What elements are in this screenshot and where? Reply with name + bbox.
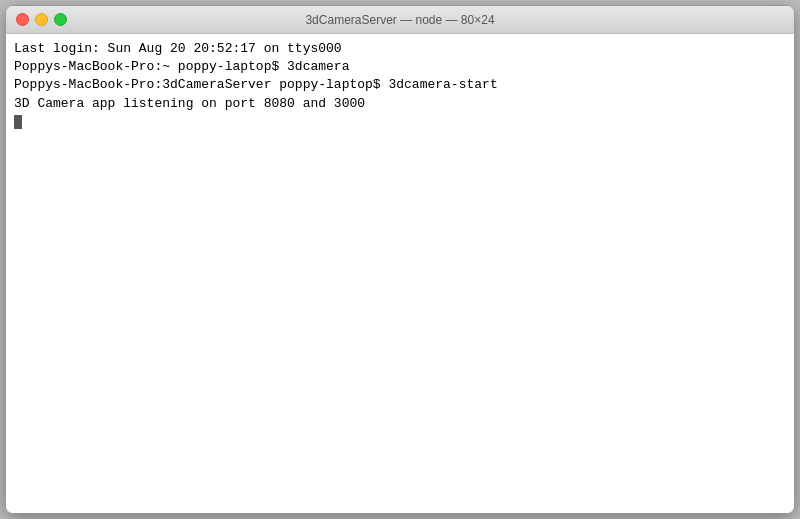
title-bar: 3dCameraServer — node — 80×24 (6, 6, 794, 34)
close-button[interactable] (16, 13, 29, 26)
terminal-line: Poppys-MacBook-Pro:~ poppy-laptop$ 3dcam… (14, 58, 786, 76)
cursor (14, 115, 22, 129)
window-title: 3dCameraServer — node — 80×24 (305, 13, 494, 27)
terminal-line: Last login: Sun Aug 20 20:52:17 on ttys0… (14, 40, 786, 58)
terminal-body[interactable]: Last login: Sun Aug 20 20:52:17 on ttys0… (6, 34, 794, 513)
terminal-line: 3D Camera app listening on port 8080 and… (14, 95, 786, 113)
maximize-button[interactable] (54, 13, 67, 26)
terminal-line: Poppys-MacBook-Pro:3dCameraServer poppy-… (14, 76, 786, 94)
terminal-window: 3dCameraServer — node — 80×24 Last login… (5, 5, 795, 514)
traffic-lights (16, 13, 67, 26)
minimize-button[interactable] (35, 13, 48, 26)
terminal-cursor-line (14, 113, 786, 131)
